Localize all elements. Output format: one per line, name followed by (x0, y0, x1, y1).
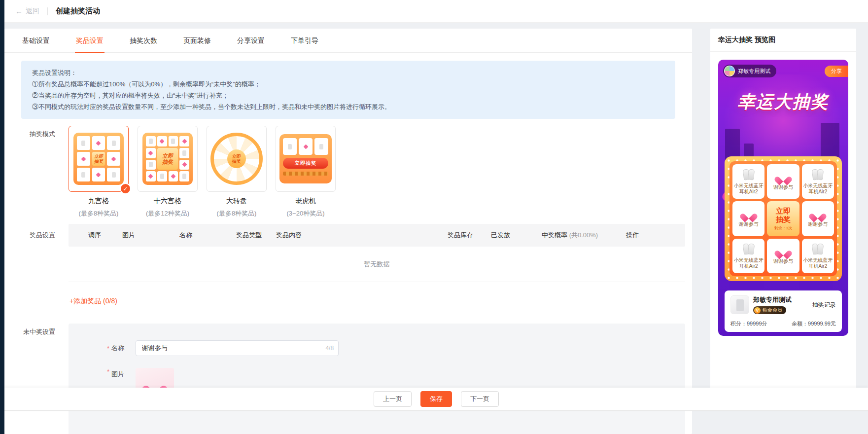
preview-user-name: 郑敏专用测试 (738, 68, 770, 75)
prize-table-label: 奖品设置 (21, 224, 55, 306)
mode-limit: (最多8种奖品) (207, 209, 267, 218)
prize-cell: 谢谢参与 (767, 164, 799, 199)
mode-item-sixteen-grid: 立即抽奖 十六宫格 (最多12种奖品) (138, 126, 198, 218)
rate-total-note: (共0.00%) (569, 231, 598, 239)
banner-title: 幸运大抽奖 (718, 90, 848, 113)
column-prize-type: 奖品类型 (236, 231, 276, 240)
miss-prize-row: 未中奖设置 * 名称 4/8 * 图片 (4, 324, 692, 434)
draw-remaining: 剩余：3次 (774, 225, 792, 231)
user-name: 郑敏专用测试 (753, 295, 812, 304)
mode-limit: (最多12种奖品) (138, 209, 198, 218)
prize-cell: 谢谢参与 (732, 201, 764, 236)
column-actions: 操作 (626, 231, 685, 240)
preview-panel-title: 幸运大抽奖 预览图 (710, 29, 856, 52)
main-form-card: 基础设置 奖品设置 抽奖次数 页面装修 分享设置 下单引导 奖品设置说明： ①所… (4, 29, 692, 434)
mode-card-slot-machine[interactable]: 立即抽奖 (276, 126, 336, 192)
heart-icon (778, 173, 789, 182)
column-prize-stock: 奖品库存 (448, 231, 491, 240)
balance-text: 余额：99999.99元 (792, 320, 836, 327)
mode-name: 老虎机 (276, 197, 336, 206)
column-issued: 已发放 (491, 231, 542, 240)
user-pill: 郑敏专用测试 (723, 65, 776, 77)
back-button[interactable]: ← 返回 (15, 7, 39, 16)
preview-top-bar: 郑敏专用测试 分享 (723, 65, 848, 77)
add-prize-button[interactable]: +添加奖品 (0/8) (69, 297, 117, 306)
footer-save-button[interactable]: 保存 (420, 391, 452, 407)
earbuds-icon (811, 168, 825, 181)
action-footer: 上一页 保存 下一页 (4, 388, 868, 411)
collapsed-sidebar-strip (0, 0, 4, 434)
mode-limit: (最多8种奖品) (69, 209, 129, 218)
column-sort: 调序 (88, 231, 122, 240)
mode-item-wheel: 立即抽奖 大转盘 (最多8种奖品) (207, 126, 267, 218)
tab-bar: 基础设置 奖品设置 抽奖次数 页面装修 分享设置 下单引导 (4, 29, 692, 53)
preview-panel: 幸运大抽奖 预览图 郑敏专用测试 分享 幸运大抽奖 小米无线蓝牙耳机Air2 (710, 29, 856, 395)
image-field-label: 图片 (111, 368, 124, 379)
column-prize-content: 奖品内容 (276, 231, 448, 240)
prize-grid: 小米无线蓝牙耳机Air2 谢谢参与 小米无线蓝牙耳机Air2 谢谢参与 (729, 161, 837, 276)
mode-name: 十六宫格 (138, 197, 198, 206)
empty-data-text: 暂无数据 (69, 247, 685, 282)
mode-list: 立即抽奖 ✓ 九宫格 (最多8种奖品) 立即抽奖 (69, 126, 685, 218)
notice-line: ①所有奖品总概率不能超过100%（可以为0%），剩余概率即为“未中奖”的概率； (32, 78, 664, 90)
column-name: 名称 (179, 231, 236, 240)
back-arrow-icon: ← (15, 7, 23, 15)
prize-table-row: 奖品设置 调序 图片 名称 奖品类型 奖品内容 奖品库存 已发放 中奖概率 (共… (4, 224, 692, 306)
mode-card-sixteen-grid[interactable]: 立即抽奖 (138, 126, 198, 192)
page: ← 返回 创建抽奖活动 基础设置 奖品设置 抽奖次数 页面装修 分享设置 下单引… (0, 0, 868, 434)
column-win-rate: 中奖概率 (共0.00%) (542, 231, 626, 240)
mode-card-nine-grid[interactable]: 立即抽奖 ✓ (69, 126, 129, 192)
earbuds-icon (811, 243, 825, 255)
vip-icon: V (754, 307, 761, 314)
name-field-label: 名称 (111, 344, 124, 353)
draw-record-link: 抽奖记录 (812, 301, 836, 309)
notice-line: ③不同模式的玩法对应的奖品设置数量不同，至少添加一种奖品，当个数未达到上限时，奖… (32, 101, 664, 112)
heart-icon (812, 210, 823, 219)
preview-phone: 郑敏专用测试 分享 幸运大抽奖 小米无线蓝牙耳机Air2 谢谢参与 (718, 60, 848, 336)
points-text: 积分：99999分 (730, 320, 767, 327)
required-asterisk: * (107, 368, 109, 375)
tab-prize-settings[interactable]: 奖品设置 (75, 29, 104, 53)
notice-line: ②当奖品的库存为空时，其对应的概率将失效，由“未中奖”进行补充； (32, 90, 664, 101)
share-button: 分享 (825, 66, 848, 77)
prize-cell: 小米无线蓝牙耳机Air2 (732, 164, 764, 199)
lottery-mode-label: 抽奖模式 (21, 126, 55, 218)
vip-badge: V 铂金会员 (753, 306, 786, 314)
miss-prize-label: 未中奖设置 (21, 324, 55, 434)
tab-basic-settings[interactable]: 基础设置 (21, 29, 51, 52)
tab-draw-count[interactable]: 抽奖次数 (129, 29, 158, 52)
prize-cell: 谢谢参与 (767, 239, 799, 273)
user-card: 郑敏专用测试 V 铂金会员 抽奖记录 积分：99999分 余额：99999.99… (725, 290, 842, 332)
earbuds-icon (742, 243, 756, 255)
prize-cell: 小米无线蓝牙耳机Air2 (802, 164, 834, 199)
sixteen-grid-thumbnail: 立即抽奖 (142, 133, 193, 185)
prize-cell: 小米无线蓝牙耳机Air2 (802, 239, 834, 273)
avatar (724, 66, 735, 76)
required-asterisk: * (107, 345, 109, 352)
divider (47, 7, 48, 15)
tab-page-decoration[interactable]: 页面装修 (182, 29, 212, 52)
topbar: ← 返回 创建抽奖活动 (4, 0, 868, 23)
miss-name-field-row: * 名称 4/8 (107, 340, 685, 356)
prize-cell: 小米无线蓝牙耳机Air2 (732, 239, 764, 273)
mode-limit: (3~20种奖品) (276, 209, 336, 218)
prize-notice: 奖品设置说明： ①所有奖品总概率不能超过100%（可以为0%），剩余概率即为“未… (21, 61, 675, 119)
back-label: 返回 (26, 7, 39, 16)
mode-item-nine-grid: 立即抽奖 ✓ 九宫格 (最多8种奖品) (69, 126, 129, 218)
tab-share-settings[interactable]: 分享设置 (236, 29, 266, 52)
prize-cell: 谢谢参与 (802, 201, 834, 236)
miss-name-input[interactable] (136, 340, 339, 356)
input-counter: 4/8 (325, 345, 334, 352)
page-title: 创建抽奖活动 (56, 6, 100, 16)
selected-check-icon: ✓ (120, 183, 131, 194)
prize-grid-frame: 小米无线蓝牙耳机Air2 谢谢参与 小米无线蓝牙耳机Air2 谢谢参与 (725, 156, 842, 281)
footer-next-button[interactable]: 下一页 (461, 391, 499, 407)
mode-card-wheel[interactable]: 立即抽奖 (207, 126, 267, 192)
footer-prev-button[interactable]: 上一页 (374, 391, 412, 407)
tab-order-guide[interactable]: 下单引导 (290, 29, 319, 52)
mode-name: 大转盘 (207, 197, 267, 206)
heart-icon (778, 247, 789, 256)
wheel-thumbnail: 立即抽奖 (210, 133, 263, 185)
center-draw-button: 立即抽奖 剩余：3次 (767, 201, 799, 236)
notice-title: 奖品设置说明： (32, 67, 664, 78)
